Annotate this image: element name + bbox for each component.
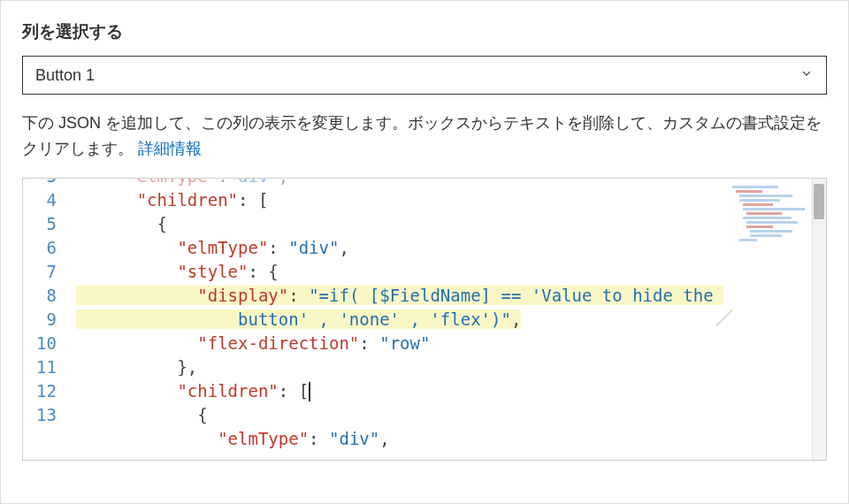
scrollbar-thumb[interactable]	[814, 184, 824, 219]
learn-more-link[interactable]: 詳細情報	[138, 140, 202, 157]
column-select-value: Button 1	[35, 66, 95, 85]
instruction-text: 下の JSON を追加して、この列の表示を変更します。ボックスからテキストを削除…	[22, 111, 827, 162]
column-select-dropdown[interactable]: Button 1	[22, 56, 827, 95]
vertical-scrollbar[interactable]	[812, 179, 826, 460]
code-content[interactable]: elmType : div , "children": [ { "elmType…	[76, 178, 826, 451]
chevron-down-icon	[799, 66, 814, 85]
json-editor[interactable]: 345678910111213 elmType : div , "childre…	[22, 178, 827, 461]
line-number-gutter: 345678910111213	[23, 178, 76, 451]
section-heading: 列を選択する	[22, 20, 827, 43]
